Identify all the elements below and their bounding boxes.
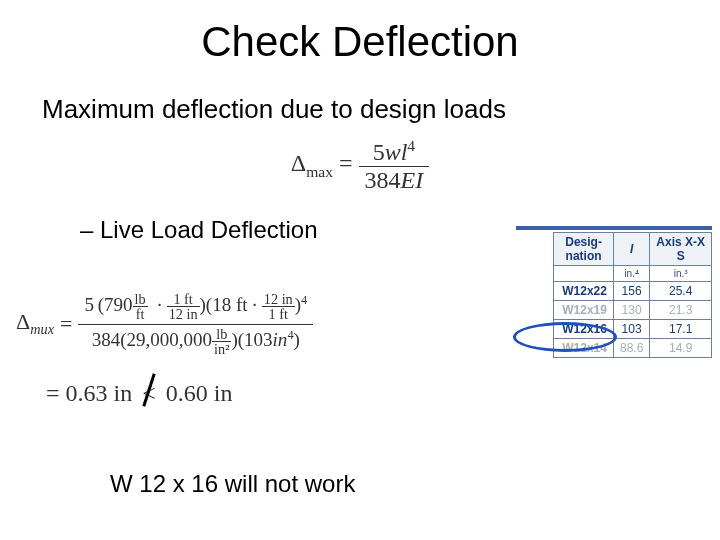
result-comparison: = 0.63 in < 0.60 in	[46, 380, 516, 407]
table-row: W12x1610317.1	[554, 320, 712, 339]
den-coeff: 384	[365, 167, 401, 193]
moment-I: 103	[244, 329, 273, 350]
num-exp: 4	[407, 137, 415, 154]
calc-delta: Δ	[16, 309, 30, 334]
conclusion-text: W 12 x 16 will not work	[110, 470, 355, 498]
unit-S: in.³	[650, 266, 712, 282]
equals-sign: =	[339, 150, 359, 176]
span-value: 18 ft	[212, 294, 247, 315]
cell-I: 156	[613, 282, 649, 301]
E-unit-num: lb	[212, 327, 231, 342]
cell-S: 14.9	[650, 339, 712, 358]
th-designation: Desig- nation	[554, 233, 614, 266]
th-S: Axis X-X S	[650, 233, 712, 266]
table-row: W12x1913021.3	[554, 301, 712, 320]
conv1-num: 1 ft	[167, 292, 200, 307]
I-unit: in	[273, 329, 288, 350]
cell-designation: W12x16	[554, 320, 614, 339]
table-top-accent	[516, 226, 712, 230]
calc-delta-sub: mux	[30, 322, 54, 338]
formula-max-deflection: Δmax = 5wl4 384EI	[0, 137, 720, 194]
table-body: W12x2215625.4W12x1913021.3W12x1610317.1W…	[554, 282, 712, 358]
conv2-den: 1 ft	[262, 307, 295, 321]
cell-I: 88.6	[613, 339, 649, 358]
load-value: 790	[104, 294, 133, 315]
modulus-E: 29,000,000	[127, 329, 213, 350]
not-less-than-icon: <	[138, 380, 160, 407]
allowable-deflection: 0.60 in	[166, 380, 233, 406]
section-properties-table: Desig- nation I Axis X-X S in.⁴ in.³ W12…	[553, 232, 712, 358]
cell-S: 25.4	[650, 282, 712, 301]
num-var: wl	[385, 139, 408, 165]
cell-designation: W12x22	[554, 282, 614, 301]
cell-S: 21.3	[650, 301, 712, 320]
conv1-den: 12 in	[167, 307, 200, 321]
I-exp: 4	[287, 327, 293, 341]
span-exp: 4	[301, 293, 307, 307]
calc-equals: =	[60, 311, 72, 337]
E-unit-den: in²	[212, 342, 231, 356]
delta-symbol: Δ	[291, 150, 306, 176]
num-coeff: 5	[373, 139, 385, 165]
calc-den-coeff: 384	[92, 329, 121, 350]
computed-deflection: 0.63 in	[66, 380, 133, 406]
calc-num-coeff: 5	[84, 294, 94, 315]
cell-designation: W12x14	[554, 339, 614, 358]
cell-designation: W12x19	[554, 301, 614, 320]
load-unit-den: ft	[133, 307, 148, 321]
table-row: W12x1488.614.9	[554, 339, 712, 358]
unit-blank	[554, 266, 614, 282]
cell-I: 103	[613, 320, 649, 339]
deflection-calculation: Δmux = 5 (790lbft · 1 ft12 in)(18 ft · 1…	[16, 290, 516, 407]
th-I: I	[613, 233, 649, 266]
load-unit-num: lb	[133, 292, 148, 307]
subtitle: Maximum deflection due to design loads	[42, 94, 720, 125]
delta-subscript: max	[306, 163, 333, 180]
cell-S: 17.1	[650, 320, 712, 339]
den-var: EI	[401, 167, 424, 193]
page-title: Check Deflection	[0, 18, 720, 66]
table-row: W12x2215625.4	[554, 282, 712, 301]
conv2-num: 12 in	[262, 292, 295, 307]
cell-I: 130	[613, 301, 649, 320]
unit-I: in.⁴	[613, 266, 649, 282]
